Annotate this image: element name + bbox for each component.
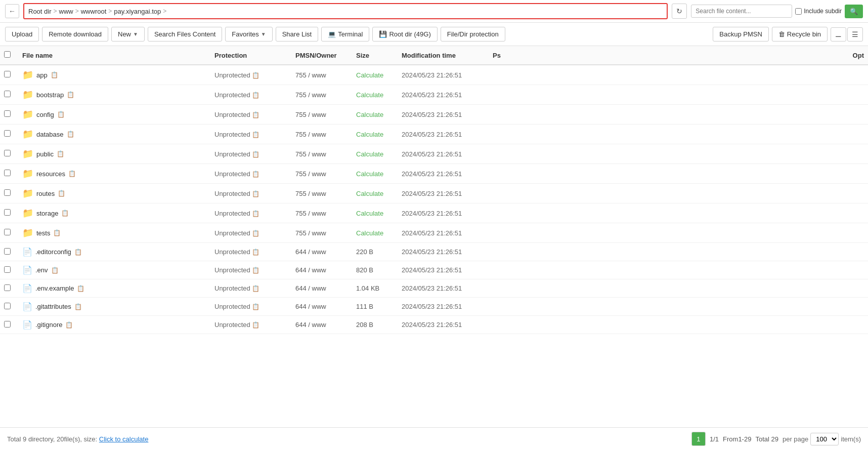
refresh-button[interactable]: ↻ [672,4,687,19]
copy-icon[interactable]: 📋 [68,170,76,177]
grid-view-button[interactable]: ⚊ [831,27,846,42]
copy-icon[interactable]: 📋 [57,150,64,157]
file-size: 1.04 KB [356,284,379,292]
row-checkbox[interactable] [4,150,11,156]
backup-pmsn-button[interactable]: Backup PMSN [713,27,769,42]
copy-icon[interactable]: 📋 [53,229,61,236]
protection-copy-icon[interactable]: 📋 [252,267,259,274]
protection-copy-icon[interactable]: 📋 [252,285,259,292]
calculate-link[interactable]: Calculate [356,91,383,99]
click-to-calculate-link[interactable]: Click to calculate [99,435,149,443]
calculate-link[interactable]: Calculate [356,150,383,158]
copy-icon[interactable]: 📋 [51,71,58,78]
row-checkbox[interactable] [4,130,11,137]
row-checkbox[interactable] [4,284,11,291]
back-button[interactable]: ← [5,4,19,18]
table-row: 📁 config 📋 Unprotected 📋 755 / www Calcu… [0,105,868,125]
copy-icon[interactable]: 📋 [77,285,84,292]
breadcrumb-wwwroot[interactable]: wwwroot [81,8,107,15]
breadcrumb-root[interactable]: Root dir [28,8,52,15]
calculate-link[interactable]: Calculate [356,229,383,237]
copy-icon[interactable]: 📋 [61,210,69,217]
share-list-button[interactable]: Share List [276,27,319,42]
remote-download-button[interactable]: Remote download [42,27,108,42]
folder-name[interactable]: app [36,71,48,79]
calculate-link[interactable]: Calculate [356,190,383,197]
row-checkbox[interactable] [4,209,11,216]
file-size: 111 B [356,303,373,310]
folder-name[interactable]: resources [36,170,65,178]
folder-name[interactable]: storage [36,210,58,217]
protection-copy-icon[interactable]: 📋 [252,190,259,197]
row-checkbox[interactable] [4,170,11,176]
folder-name[interactable]: public [36,150,54,158]
breadcrumb-domain[interactable]: pay.xiyangai.top [114,8,161,15]
row-checkbox[interactable] [4,321,11,328]
copy-icon[interactable]: 📋 [51,267,59,274]
search-button[interactable]: 🔍 [845,5,863,18]
folder-name[interactable]: routes [36,190,55,197]
folder-name[interactable]: tests [36,229,50,237]
protection-copy-icon[interactable]: 📋 [252,92,259,99]
row-checkbox-cell [0,298,18,316]
row-checkbox[interactable] [4,248,11,255]
file-name[interactable]: .gitattributes [35,303,71,310]
folder-name[interactable]: config [36,111,54,118]
favorites-button[interactable]: Favorites ▼ [225,27,272,42]
protection-copy-icon[interactable]: 📋 [252,72,259,79]
copy-icon[interactable]: 📋 [74,303,82,310]
copy-icon[interactable]: 📋 [67,131,74,138]
calculate-link[interactable]: Calculate [356,131,383,138]
per-page-select[interactable]: 100 50 200 [810,433,839,445]
protection-copy-icon[interactable]: 📋 [252,131,259,138]
search-files-button[interactable]: Search Files Content [148,27,222,42]
row-checkbox[interactable] [4,91,11,97]
terminal-button[interactable]: 💻 Terminal [321,27,369,42]
pmsn-owner: 755 / www [295,111,326,118]
upload-button[interactable]: Upload [5,27,39,42]
protection-copy-icon[interactable]: 📋 [252,210,259,217]
calculate-link[interactable]: Calculate [356,111,383,118]
protection-copy-icon[interactable]: 📋 [252,230,259,237]
page-number-button[interactable]: 1 [691,432,706,446]
protection-copy-icon[interactable]: 📋 [252,303,259,310]
new-button[interactable]: New ▼ [111,27,145,42]
calculate-link[interactable]: Calculate [356,71,383,79]
copy-icon[interactable]: 📋 [65,321,73,329]
select-all-checkbox[interactable] [4,51,11,58]
search-input[interactable] [691,5,792,18]
calculate-link[interactable]: Calculate [356,210,383,217]
include-subdir-label[interactable]: Include subdir [795,8,842,15]
root-dir-button[interactable]: 💾 Root dir (49G) [372,27,437,42]
row-checkbox[interactable] [4,71,11,77]
protection-copy-icon[interactable]: 📋 [252,111,259,118]
copy-icon[interactable]: 📋 [57,111,65,118]
list-view-button[interactable]: ☰ [847,27,863,42]
include-subdir-checkbox[interactable] [795,8,802,15]
recycle-bin-button[interactable]: 🗑 Recycle bin [772,27,828,42]
protection-copy-icon[interactable]: 📋 [252,151,259,158]
row-checkbox[interactable] [4,110,11,117]
file-name[interactable]: .editorconfig [35,248,71,256]
copy-icon[interactable]: 📋 [67,91,74,98]
row-checkbox[interactable] [4,189,11,196]
row-checkbox-cell [0,144,18,164]
folder-name[interactable]: bootstrap [36,91,64,99]
copy-icon[interactable]: 📋 [74,249,82,256]
folder-name[interactable]: database [36,131,64,138]
row-checkbox[interactable] [4,266,11,273]
file-name[interactable]: .env [35,266,48,274]
breadcrumb-www[interactable]: www [59,8,73,15]
protection-copy-icon[interactable]: 📋 [252,171,259,178]
copy-icon[interactable]: 📋 [58,190,65,197]
file-dir-protection-button[interactable]: File/Dir protection [441,27,505,42]
protection-copy-icon[interactable]: 📋 [252,249,259,256]
file-name[interactable]: .gitignore [35,321,62,329]
file-icon: 📄 [22,320,32,330]
protection-copy-icon[interactable]: 📋 [252,321,259,329]
file-name[interactable]: .env.example [35,284,74,292]
row-checkbox[interactable] [4,229,11,235]
calculate-link[interactable]: Calculate [356,170,383,178]
protection-status: Unprotected [214,266,250,274]
row-checkbox[interactable] [4,303,11,309]
